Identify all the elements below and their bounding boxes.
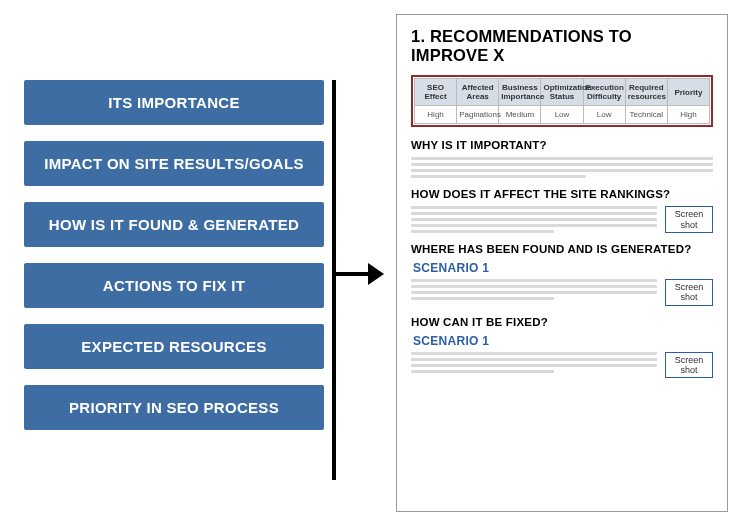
screenshot-label-l2: shot <box>680 365 697 375</box>
placeholder-line <box>411 212 657 215</box>
summary-table: SEO Effect Affected Areas Business Impor… <box>414 78 710 124</box>
criteria-found-generated: HOW IS IT FOUND & GENERATED <box>24 202 324 247</box>
screenshot-label-l2: shot <box>680 220 697 230</box>
placeholder-line <box>411 364 657 367</box>
placeholder-line <box>411 279 657 282</box>
placeholder-line <box>411 157 713 160</box>
diagram-stage: ITS IMPORTANCE IMPACT ON SITE RESULTS/GO… <box>0 0 747 526</box>
screenshot-label-l1: Screen <box>675 209 704 219</box>
placeholder-line <box>411 230 554 233</box>
placeholder-line <box>411 175 586 178</box>
scenario-1-label: SCENARIO 1 <box>413 334 713 348</box>
criteria-importance: ITS IMPORTANCE <box>24 80 324 125</box>
summary-table-highlight: SEO Effect Affected Areas Business Impor… <box>411 75 713 127</box>
th-priority: Priority <box>667 79 709 106</box>
criteria-list: ITS IMPORTANCE IMPACT ON SITE RESULTS/GO… <box>24 80 324 430</box>
td-execution-difficulty: Low <box>583 106 625 124</box>
placeholder-line <box>411 297 554 300</box>
placeholder-line <box>411 291 657 294</box>
placeholder-lines <box>411 206 657 233</box>
section-how-fix: HOW CAN IT BE FIXED? <box>411 316 713 328</box>
section-where-found: WHERE HAS BEEN FOUND AND IS GENERATED? <box>411 243 713 255</box>
td-business-importance: Medium <box>499 106 541 124</box>
screenshot-placeholder: Screen shot <box>665 279 713 306</box>
scenario-1-label: SCENARIO 1 <box>413 261 713 275</box>
placeholder-line <box>411 358 657 361</box>
criteria-resources: EXPECTED RESOURCES <box>24 324 324 369</box>
flow-arrow <box>332 80 386 480</box>
screenshot-placeholder: Screen shot <box>665 206 713 233</box>
screenshot-label-l1: Screen <box>675 355 704 365</box>
placeholder-lines <box>411 352 657 379</box>
th-business-importance: Business Importance <box>499 79 541 106</box>
table-row: High Paginations Medium Low Low Technica… <box>415 106 710 124</box>
row-with-screenshot: Screen shot <box>411 206 713 233</box>
section-why-important: WHY IS IT IMPORTANT? <box>411 139 713 151</box>
placeholder-line <box>411 218 657 221</box>
placeholder-line <box>411 285 657 288</box>
td-required-resources: Technical <box>625 106 667 124</box>
th-seo-effect: SEO Effect <box>415 79 457 106</box>
placeholder-line <box>411 224 657 227</box>
row-with-screenshot: Screen shot <box>411 352 713 379</box>
td-seo-effect: High <box>415 106 457 124</box>
arrow-shaft <box>336 272 370 276</box>
th-required-resources: Required resources <box>625 79 667 106</box>
placeholder-line <box>411 370 554 373</box>
criteria-impact: IMPACT ON SITE RESULTS/GOALS <box>24 141 324 186</box>
td-affected-areas: Paginations <box>457 106 499 124</box>
td-priority: High <box>667 106 709 124</box>
placeholder-line <box>411 352 657 355</box>
arrow-vertical <box>332 80 336 480</box>
placeholder-line <box>411 206 657 209</box>
th-affected-areas: Affected Areas <box>457 79 499 106</box>
screenshot-label-l2: shot <box>680 292 697 302</box>
document-preview: 1. RECOMMENDATIONS TO IMPROVE X SEO Effe… <box>396 14 728 512</box>
section-affect-rankings: HOW DOES IT AFFECT THE SITE RANKINGS? <box>411 188 713 200</box>
arrow-head-icon <box>368 263 384 285</box>
criteria-priority: PRIORITY IN SEO PROCESS <box>24 385 324 430</box>
td-optimization-status: Low <box>541 106 583 124</box>
placeholder-lines <box>411 279 657 306</box>
screenshot-placeholder: Screen shot <box>665 352 713 379</box>
row-with-screenshot: Screen shot <box>411 279 713 306</box>
placeholder-line <box>411 169 713 172</box>
th-execution-difficulty: Execution Difficulty <box>583 79 625 106</box>
doc-title: 1. RECOMMENDATIONS TO IMPROVE X <box>411 27 713 65</box>
placeholder-lines <box>411 157 713 178</box>
criteria-actions: ACTIONS TO FIX IT <box>24 263 324 308</box>
screenshot-label-l1: Screen <box>675 282 704 292</box>
placeholder-line <box>411 163 713 166</box>
th-optimization-status: Optimization Status <box>541 79 583 106</box>
